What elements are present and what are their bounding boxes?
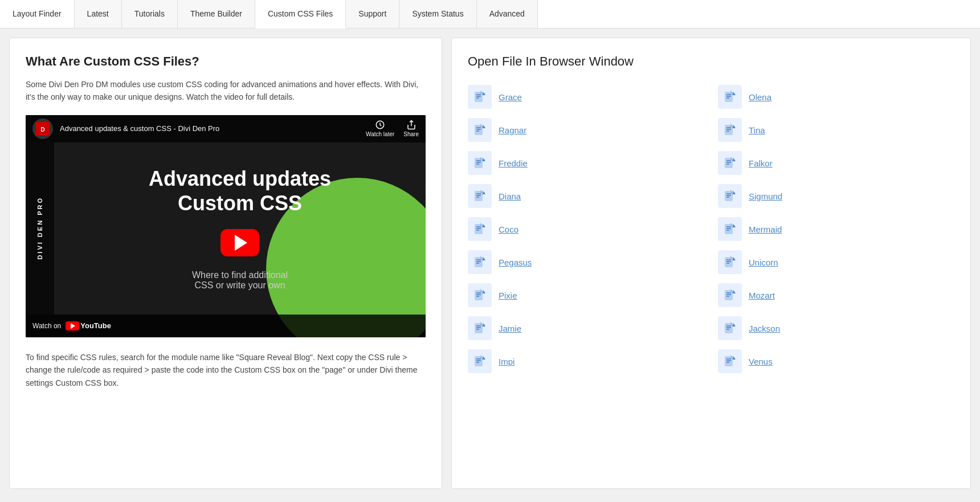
document-lines-icon — [473, 354, 487, 368]
tab-support[interactable]: Support — [346, 0, 399, 28]
file-link-tina[interactable]: Tina — [749, 125, 765, 135]
tab-advanced[interactable]: Advanced — [477, 0, 538, 28]
file-item-freddie[interactable]: Freddie — [468, 149, 704, 177]
file-item-mozart[interactable]: Mozart — [718, 281, 954, 309]
document-lines-icon — [473, 90, 487, 104]
file-item-ragnar[interactable]: Ragnar — [468, 116, 704, 144]
tab-layout-finder[interactable]: Layout Finder — [0, 0, 75, 28]
youtube-label: YouTube — [80, 321, 111, 330]
file-item-impi[interactable]: Impi — [468, 347, 704, 376]
file-item-pegasus[interactable]: Pegasus — [468, 248, 704, 276]
watch-on-label: Watch on — [32, 322, 61, 330]
video-headline: Advanced updates Custom CSS — [149, 166, 331, 215]
file-icon-sigmund — [718, 184, 742, 208]
document-lines-icon — [723, 321, 737, 335]
file-icon-pegasus — [468, 250, 492, 274]
file-icon-mozart — [718, 283, 742, 307]
file-item-coco[interactable]: Coco — [468, 215, 704, 243]
document-lines-icon — [723, 255, 737, 269]
file-item-olena[interactable]: Olena — [718, 83, 954, 111]
file-link-mozart[interactable]: Mozart — [749, 291, 775, 300]
file-link-jackson[interactable]: Jackson — [749, 324, 780, 333]
file-link-falkor[interactable]: Falkor — [749, 158, 773, 168]
divi-label: DIVI DEN PRO — [26, 142, 54, 315]
watch-later-label: Watch later — [366, 131, 394, 137]
yt-icon — [66, 321, 79, 330]
file-icon-unicorn — [718, 250, 742, 274]
video-bottom-bar: Watch on YouTube — [26, 315, 426, 337]
document-lines-icon — [473, 156, 487, 170]
main-content: What Are Custom CSS Files? Some Divi Den… — [0, 28, 980, 498]
file-link-pegasus[interactable]: Pegasus — [499, 258, 532, 267]
file-icon-olena — [718, 85, 742, 109]
svg-text:D: D — [40, 126, 44, 133]
file-icon-coco — [468, 217, 492, 241]
document-lines-icon — [473, 222, 487, 236]
file-link-mermaid[interactable]: Mermaid — [749, 225, 782, 234]
file-icon-jamie — [468, 316, 492, 340]
file-item-jamie[interactable]: Jamie — [468, 314, 704, 342]
file-link-pixie[interactable]: Pixie — [499, 291, 517, 300]
file-item-unicorn[interactable]: Unicorn — [718, 248, 954, 276]
tab-tutorials[interactable]: Tutorials — [122, 0, 178, 28]
document-lines-icon — [723, 354, 737, 368]
file-item-mermaid[interactable]: Mermaid — [718, 215, 954, 243]
file-icon-diana — [468, 184, 492, 208]
watch-later-btn[interactable]: Watch later — [366, 120, 394, 137]
file-item-jackson[interactable]: Jackson — [718, 314, 954, 342]
right-panel: Open File In Browser Window Gra — [451, 38, 971, 489]
file-item-venus[interactable]: Venus — [718, 347, 954, 376]
file-item-pixie[interactable]: Pixie — [468, 281, 704, 309]
video-embed[interactable]: D Advanced updates & custom CSS - Divi D… — [26, 115, 426, 337]
tab-custom-css-files[interactable]: Custom CSS Files — [255, 0, 346, 28]
tab-theme-builder[interactable]: Theme Builder — [178, 0, 255, 28]
tab-latest[interactable]: Latest — [75, 0, 122, 28]
file-item-falkor[interactable]: Falkor — [718, 149, 954, 177]
document-lines-icon — [723, 222, 737, 236]
document-lines-icon — [723, 189, 737, 203]
document-lines-icon — [473, 321, 487, 335]
file-icon-falkor — [718, 151, 742, 175]
channel-icon: D — [32, 119, 53, 139]
divi-label-text: DIVI DEN PRO — [36, 197, 43, 260]
tab-bar: Layout FinderLatestTutorialsTheme Builde… — [0, 0, 980, 28]
share-btn[interactable]: Share — [403, 120, 419, 137]
file-item-grace[interactable]: Grace — [468, 83, 704, 111]
file-link-coco[interactable]: Coco — [499, 225, 518, 234]
video-subtext: Where to find additional CSS or write yo… — [192, 270, 288, 291]
tab-system-status[interactable]: System Status — [399, 0, 476, 28]
document-lines-icon — [723, 288, 737, 302]
panel-title: What Are Custom CSS Files? — [26, 54, 426, 69]
file-icon-tina — [718, 118, 742, 142]
document-lines-icon — [473, 288, 487, 302]
left-panel: What Are Custom CSS Files? Some Divi Den… — [9, 38, 442, 489]
file-icon-jackson — [718, 316, 742, 340]
file-link-impi[interactable]: Impi — [499, 357, 514, 366]
file-link-jamie[interactable]: Jamie — [499, 324, 521, 333]
document-lines-icon — [723, 90, 737, 104]
play-triangle — [235, 235, 247, 251]
file-link-diana[interactable]: Diana — [499, 191, 521, 201]
document-lines-icon — [473, 123, 487, 137]
file-link-venus[interactable]: Venus — [749, 357, 773, 366]
file-link-olena[interactable]: Olena — [749, 92, 771, 102]
file-item-tina[interactable]: Tina — [718, 116, 954, 144]
file-icon-pixie — [468, 283, 492, 307]
file-item-diana[interactable]: Diana — [468, 182, 704, 210]
right-panel-title: Open File In Browser Window — [468, 54, 954, 69]
file-link-grace[interactable]: Grace — [499, 92, 522, 102]
file-link-unicorn[interactable]: Unicorn — [749, 258, 778, 267]
video-center-content: Advanced updates Custom CSS Where to fin… — [120, 166, 331, 291]
file-link-freddie[interactable]: Freddie — [499, 158, 528, 168]
play-button[interactable] — [220, 229, 259, 256]
video-actions: Watch later Share — [366, 120, 419, 137]
document-lines-icon — [473, 255, 487, 269]
file-link-ragnar[interactable]: Ragnar — [499, 125, 526, 135]
youtube-logo: YouTube — [66, 321, 111, 330]
document-lines-icon — [723, 156, 737, 170]
file-link-sigmund[interactable]: Sigmund — [749, 191, 782, 201]
yt-play-small — [71, 323, 75, 329]
video-top-bar: D Advanced updates & custom CSS - Divi D… — [26, 115, 426, 142]
document-lines-icon — [723, 123, 737, 137]
file-item-sigmund[interactable]: Sigmund — [718, 182, 954, 210]
